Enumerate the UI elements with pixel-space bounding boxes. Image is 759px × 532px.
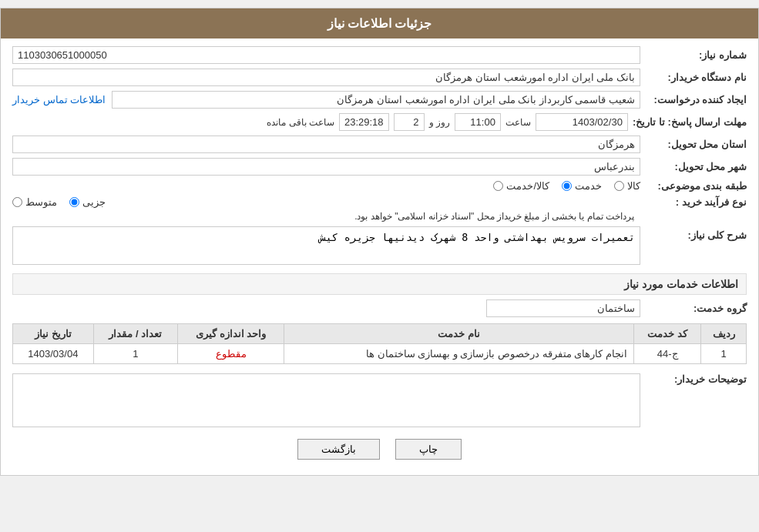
mohlat-date: 1403/02/30 [536, 113, 628, 131]
cell-tarikh: 1403/03/04 [13, 344, 94, 364]
tabaqe-kalaKhedmat-item[interactable]: کالا/خدمت [493, 180, 549, 192]
col-tarikh: تاریخ نیاز [13, 324, 94, 344]
farayand-motavaset-radio[interactable] [12, 197, 22, 207]
col-kod: کد خدمت [633, 324, 700, 344]
tabaqe-kalaKhedmat-radio[interactable] [493, 181, 503, 191]
col-nam: نام خدمت [284, 324, 634, 344]
ostanTahvil-label: استان محل تحویل: [646, 139, 747, 150]
tabaqe-khedmat-item[interactable]: خدمت [562, 180, 602, 192]
shomareNiaz-label: شماره نیاز: [646, 49, 747, 61]
mohlat-baghi-saat: 23:29:18 [339, 113, 389, 131]
cell-nam: انجام کارهای متفرقه درخصوص بازسازی و بهس… [284, 344, 634, 364]
section2-title: اطلاعات خدمات مورد نیاز [12, 273, 747, 295]
cell-tedad: 1 [93, 344, 177, 364]
shahrTahvil-label: شهر محل تحویل: [646, 161, 747, 172]
farayand-motavaset-label: متوسط [25, 196, 57, 208]
namDastgah-label: نام دستگاه خریدار: [646, 72, 747, 83]
bazgasht-button[interactable]: بازگشت [297, 439, 380, 460]
farayand-jozii-radio[interactable] [69, 197, 79, 207]
tabaqe-kala-radio[interactable] [614, 181, 624, 191]
gohreKhedmat-value: ساختمان [486, 299, 640, 317]
ostanTahvil-value: هرمزگان [12, 136, 640, 153]
tabaqe-kalaKhedmat-label: کالا/خدمت [506, 180, 549, 192]
col-vahed: واحد اندازه گیری [178, 324, 284, 344]
cell-kod: ج-44 [633, 344, 700, 364]
sharh-label: شرح کلی نیاز: [646, 226, 747, 241]
farayand-motavaset-item[interactable]: متوسط [12, 196, 57, 208]
sharh-value [12, 226, 640, 265]
shomareNiaz-value: 1103030651000050 [12, 46, 640, 64]
tabaqe-kala-label: کالا [627, 180, 640, 192]
ijadKonande-label: ایجاد کننده درخواست: [646, 94, 747, 105]
mohlat-roz: 2 [394, 113, 425, 131]
tabaqe-kala-item[interactable]: کالا [614, 180, 640, 192]
service-table-section: ردیف کد خدمت نام خدمت واحد اندازه گیری ت… [12, 323, 747, 364]
page-title: جزئیات اطلاعات نیاز [1, 8, 758, 38]
tabaqe-khedmat-label: خدمت [575, 180, 602, 192]
cell-radif: 1 [701, 344, 747, 364]
saat-label: ساعت [505, 117, 531, 128]
ettelaat-tamas-link[interactable]: اطلاعات تماس خریدار [12, 94, 106, 105]
farayand-note: پرداخت تمام یا بخشی از مبلغ خریداز محل "… [12, 211, 634, 222]
farayand-jozii-item[interactable]: جزیی [69, 196, 106, 208]
mohlatErsal-label: مهلت ارسال پاسخ: تا تاریخ: [633, 116, 747, 128]
tabaqeBandi-label: طبقه بندی موضوعی: [646, 180, 747, 192]
tozihat-label: توضیحات خریدار: [646, 370, 747, 385]
namDastgah-value: بانک ملی ایران اداره امورشعب استان هرمزگ… [12, 69, 640, 86]
col-tedad: تعداد / مقدار [93, 324, 177, 344]
noeFarayand-label: نوع فرآیند خرید : [646, 196, 747, 208]
tozihat-box [12, 373, 640, 427]
gohreKhedmat-label: گروه خدمت: [646, 303, 747, 314]
roz-label: روز و [429, 117, 450, 128]
farayand-jozii-label: جزیی [82, 196, 106, 208]
col-radif: ردیف [701, 324, 747, 344]
buttons-row: چاپ بازگشت [12, 439, 747, 460]
tabaqe-radiogroup: کالا/خدمت خدمت کالا [493, 180, 640, 192]
tabaqe-khedmat-radio[interactable] [562, 181, 572, 191]
mohlat-saat: 11:00 [455, 113, 501, 131]
baghi-mande-label: ساعت باقی مانده [267, 117, 334, 128]
shahrTahvil-value: بندرعباس [12, 158, 640, 176]
service-table: ردیف کد خدمت نام خدمت واحد اندازه گیری ت… [12, 323, 747, 364]
cell-vahed: مقطوع [178, 344, 284, 364]
chap-button[interactable]: چاپ [395, 439, 462, 460]
ijadKonande-value: شعیب قاسمی کاربرداز بانک ملی ایران اداره… [112, 91, 640, 109]
table-row: 1 ج-44 انجام کارهای متفرقه درخصوص بازساز… [13, 344, 747, 364]
